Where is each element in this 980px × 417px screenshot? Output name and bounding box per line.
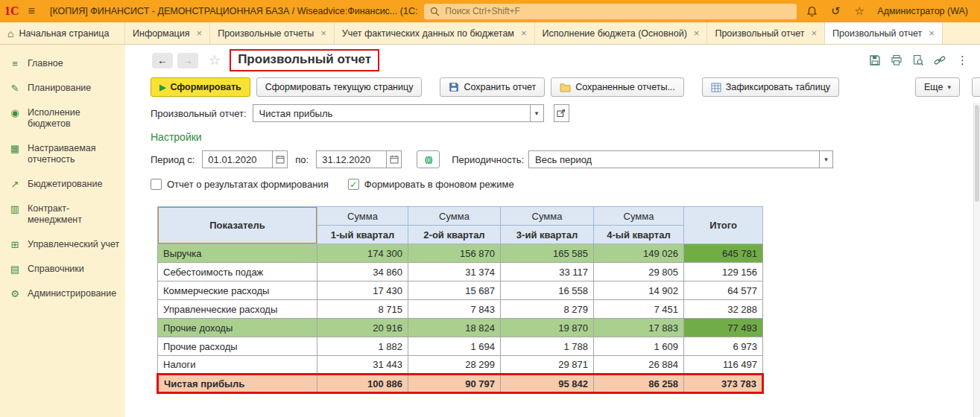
sidebar-item-management-accounting[interactable]: ⊞ Управленческий учет <box>0 232 125 257</box>
col-header-indicator[interactable]: Показатель <box>158 207 317 244</box>
checkbox-label: Формировать в фоновом режиме <box>364 179 514 190</box>
save-report-button[interactable]: Сохранить отчет <box>440 77 545 97</box>
section-sidebar: ≡ Главное ✎ Планирование ◉ Исполнение бю… <box>0 45 125 417</box>
results-report-checkbox[interactable]: Отчет о результатах формирования <box>151 179 329 190</box>
table-row-other-expenses[interactable]: Прочие расходы 1 882 1 694 1 788 1 609 6… <box>158 337 763 356</box>
close-icon[interactable]: × <box>519 28 527 39</box>
close-icon[interactable]: × <box>927 28 935 39</box>
generate-button[interactable]: ▶ Сформировать <box>151 77 250 97</box>
favorite-star-icon[interactable]: ☆ <box>209 52 221 69</box>
col-header-total[interactable]: Итого <box>684 207 763 244</box>
close-icon[interactable]: × <box>692 28 700 39</box>
target-icon: ◉ <box>9 107 21 118</box>
table-icon <box>711 83 721 92</box>
scrollbar-thumb[interactable] <box>975 105 979 202</box>
tab-bar: ⌂ Начальная страница Информация × Произв… <box>0 22 980 45</box>
main-menu-icon[interactable]: ≡ <box>25 4 38 18</box>
tab-budget-execution[interactable]: Исполнение бюджета (Основной) × <box>535 22 708 44</box>
notifications-bell-icon[interactable] <box>803 2 821 20</box>
saved-reports-button[interactable]: Сохраненные отчеты... <box>551 77 684 97</box>
sidebar-item-administration[interactable]: ⚙ Администрирование <box>0 281 125 306</box>
checkbox-checked[interactable]: ✓ <box>348 179 359 190</box>
report-combobox-input[interactable]: Чистая прибыль <box>253 104 530 122</box>
period-to-input[interactable]: 31.12.2020 <box>316 150 386 168</box>
tab-home[interactable]: ⌂ Начальная страница <box>0 22 125 44</box>
form-header: ← → ☆ Произвольный отчет ⋮ <box>125 45 980 76</box>
more-button[interactable]: Еще ▾ <box>915 77 960 97</box>
print-icon[interactable] <box>891 54 902 66</box>
vertical-scrollbar[interactable] <box>973 103 980 417</box>
print-preview-icon[interactable] <box>912 54 924 66</box>
forward-button[interactable]: → <box>177 53 198 69</box>
report-combobox: Чистая прибыль ▾ <box>253 104 544 122</box>
period-row: Период с: 01.01.2020 по: 31.12.2020 (())… <box>125 146 980 173</box>
titlebar: 1С ≡ [КОПИЯ] ФИНАНСИСТ - ДЕМОНСТРАЦИОННА… <box>0 0 980 22</box>
table-row-revenue[interactable]: Выручка 174 300 156 870 165 585 149 026 … <box>158 244 763 263</box>
sidebar-item-budgeting[interactable]: ↗ Бюджетирование <box>0 172 125 197</box>
col-header-sum-q1[interactable]: Сумма <box>317 207 408 226</box>
close-icon[interactable]: × <box>810 28 818 39</box>
sidebar-item-main[interactable]: ≡ Главное <box>0 51 125 76</box>
current-user[interactable]: Администратор (WA) <box>877 6 968 16</box>
bar-chart-icon: ▦ <box>9 143 21 154</box>
tab-information[interactable]: Информация × <box>125 22 210 44</box>
app-window: 1С ≡ [КОПИЯ] ФИНАНСИСТ - ДЕМОНСТРАЦИОННА… <box>0 0 980 417</box>
calendar-icon[interactable] <box>386 150 402 168</box>
1c-logo: 1С <box>4 0 19 22</box>
floppy-icon <box>449 82 459 92</box>
save-icon[interactable] <box>869 54 881 66</box>
sidebar-item-budget-execution[interactable]: ◉ Исполнение бюджетов <box>0 101 125 136</box>
get-link-icon[interactable] <box>934 54 946 66</box>
favorites-star-icon[interactable]: ☆ <box>850 2 868 20</box>
table-row-cost-of-sales[interactable]: Себестоимость подаж 34 860 31 374 33 117… <box>158 263 763 281</box>
table-row-administrative-expenses[interactable]: Управленческие расходы 8 715 7 843 8 279… <box>158 300 763 319</box>
col-header-sum-q2[interactable]: Сумма <box>408 207 501 226</box>
home-icon: ⌂ <box>7 28 13 39</box>
periodicity-combobox: Весь период ▾ <box>528 150 833 168</box>
period-to-field: 31.12.2020 <box>316 150 402 168</box>
periodicity-input[interactable]: Весь период <box>528 150 819 168</box>
report-toolbar: ▶ Сформировать Сформировать текущую стра… <box>125 76 980 102</box>
col-header-quarter-2[interactable]: 2-ой квартал <box>408 226 501 244</box>
back-button[interactable]: ← <box>152 53 173 69</box>
tab-arbitrary-report-1[interactable]: Произвольный отчет × <box>707 22 825 44</box>
toolbar-overflow-button[interactable] <box>972 77 980 97</box>
sidebar-item-contract-management[interactable]: ▥ Контракт-менеджмент <box>0 197 125 232</box>
table-row-net-profit-annotated[interactable]: Чистая прибыль 100 886 90 797 95 842 86 … <box>158 375 763 393</box>
col-header-quarter-3[interactable]: 3-ий квартал <box>501 226 594 244</box>
tab-arbitrary-report-2-active[interactable]: Произвольный отчет × <box>825 22 943 44</box>
close-icon[interactable]: × <box>319 28 326 39</box>
more-actions-kebab-icon[interactable]: ⋮ <box>955 54 970 67</box>
sidebar-item-planning[interactable]: ✎ Планирование <box>0 76 125 101</box>
table-row-taxes[interactable]: Налоги 31 443 28 299 29 871 26 884 116 4… <box>158 356 763 375</box>
checkbox-unchecked[interactable] <box>151 179 162 190</box>
periodicity-label: Периодичность: <box>452 154 524 165</box>
col-header-quarter-1[interactable]: 1-ый квартал <box>317 226 408 244</box>
background-mode-checkbox[interactable]: ✓ Формировать в фоновом режиме <box>348 179 514 190</box>
history-icon[interactable]: ↺ <box>826 2 844 20</box>
period-from-input[interactable]: 01.01.2020 <box>202 150 272 168</box>
calendar-icon[interactable] <box>272 150 288 168</box>
period-from-label: Период с: <box>151 154 195 165</box>
tab-arbitrary-reports[interactable]: Произвольные отчеты × <box>210 22 335 44</box>
table-row-other-income[interactable]: Прочие доходы 20 916 18 824 19 870 17 88… <box>158 319 763 337</box>
trend-icon: ↗ <box>9 179 21 190</box>
col-header-sum-q3[interactable]: Сумма <box>501 207 594 226</box>
sidebar-item-custom-reporting[interactable]: ▦ Настраиваемая отчетность <box>0 136 125 172</box>
generate-current-page-button[interactable]: Сформировать текущую страницу <box>256 77 423 97</box>
search-placeholder: Поиск Ctrl+Shift+F <box>445 6 520 16</box>
open-report-button[interactable] <box>554 104 569 122</box>
chevron-down-icon[interactable]: ▾ <box>819 150 833 168</box>
close-icon[interactable]: × <box>195 28 203 39</box>
sidebar-item-catalogs[interactable]: ▤ Справочники <box>0 257 125 281</box>
settings-link[interactable]: Настройки <box>125 126 202 146</box>
global-search-input[interactable]: Поиск Ctrl+Shift+F <box>424 4 797 19</box>
choose-period-button[interactable]: (()) <box>417 150 440 168</box>
pencil-icon: ✎ <box>9 83 21 94</box>
fix-table-button[interactable]: Зафиксировать таблицу <box>702 77 839 97</box>
col-header-quarter-4[interactable]: 4-ый квартал <box>594 226 684 244</box>
table-row-commercial-expenses[interactable]: Коммерческие расходы 17 430 15 687 16 55… <box>158 281 763 300</box>
chevron-down-icon[interactable]: ▾ <box>530 104 544 122</box>
col-header-sum-q4[interactable]: Сумма <box>594 207 684 226</box>
tab-actual-data-accounting[interactable]: Учет фактических данных по бюджетам × <box>335 22 535 44</box>
